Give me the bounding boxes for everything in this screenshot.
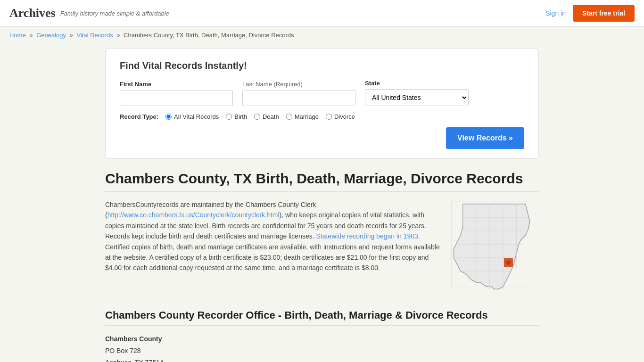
last-name-input[interactable]: [242, 90, 355, 106]
content-section: ChambersCountyrecords are maintained by …: [105, 199, 539, 295]
search-title: Find Vital Records Instantly!: [120, 60, 524, 71]
view-records-button[interactable]: View Records »: [446, 127, 524, 149]
address-line1: PO Box 728: [105, 345, 539, 357]
radio-marriage-input[interactable]: [286, 114, 292, 120]
breadcrumb-current: Chambers County, TX Birth, Death, Marria…: [124, 32, 294, 39]
last-name-label: Last Name (Required): [242, 81, 355, 88]
breadcrumb-vital-records[interactable]: Vital Records: [77, 32, 113, 39]
first-name-label: First Name: [120, 81, 233, 88]
office-info: Chambers County PO Box 728 Anahuac, TX 7…: [105, 333, 539, 362]
site-header: Archives Family history made simple & af…: [0, 0, 644, 27]
main-content: Find Vital Records Instantly! First Name…: [96, 43, 548, 362]
sign-in-link[interactable]: Sign in: [545, 9, 566, 17]
search-box: Find Vital Records Instantly! First Name…: [105, 48, 539, 159]
radio-marriage[interactable]: Marriage: [286, 113, 319, 120]
breadcrumb-sep1: »: [29, 32, 33, 39]
map-container: [449, 199, 539, 295]
state-group: State All United States: [365, 80, 469, 106]
last-name-group: Last Name (Required): [242, 81, 355, 106]
radio-divorce-label: Divorce: [334, 113, 355, 120]
state-select[interactable]: All United States: [365, 89, 469, 106]
address-line2: Anahuac, TX 77514: [105, 357, 539, 362]
radio-marriage-label: Marriage: [295, 113, 319, 120]
record-type-label: Record Type:: [120, 113, 158, 120]
radio-divorce-input[interactable]: [326, 114, 332, 120]
form-row-names: First Name Last Name (Required) State Al…: [120, 80, 524, 106]
radio-all-vital-label: All Vital Records: [174, 113, 219, 120]
radio-death-label: Death: [263, 113, 279, 120]
breadcrumb-home[interactable]: Home: [9, 32, 26, 39]
state-label: State: [365, 80, 469, 87]
record-type-row: Record Type: All Vital Records Birth Dea…: [120, 113, 524, 120]
site-tagline: Family history made simple & affordable: [60, 10, 169, 17]
header-left: Archives Family history made simple & af…: [9, 6, 169, 20]
radio-birth-input[interactable]: [226, 114, 232, 120]
county-clerk-link[interactable]: http://www.co.chambers.tx.us/Countyclerk…: [107, 211, 280, 219]
header-right: Sign in Start free trial: [545, 5, 635, 22]
recorder-title: Chambers County Recorder Office - Birth,…: [105, 309, 539, 326]
radio-birth-label: Birth: [234, 113, 247, 120]
breadcrumb-sep2: »: [70, 32, 73, 39]
radio-death-input[interactable]: [254, 114, 260, 120]
breadcrumb: Home » Genealogy » Vital Records » Chamb…: [0, 27, 644, 43]
recorder-section: Chambers County Recorder Office - Birth,…: [105, 309, 539, 362]
radio-divorce[interactable]: Divorce: [326, 113, 355, 120]
site-logo: Archives: [9, 6, 56, 20]
view-records-container: View Records »: [120, 127, 524, 149]
radio-birth[interactable]: Birth: [226, 113, 247, 120]
page-title: Chambers County, TX Birth, Death, Marria…: [105, 171, 539, 192]
breadcrumb-genealogy[interactable]: Genealogy: [36, 32, 66, 39]
content-text: ChambersCountyrecords are maintained by …: [105, 199, 440, 295]
svg-point-12: [506, 260, 511, 265]
texas-map: [449, 199, 539, 294]
radio-death[interactable]: Death: [254, 113, 279, 120]
first-name-group: First Name: [120, 81, 233, 106]
trial-button[interactable]: Start free trial: [573, 5, 635, 22]
content-description: ChambersCountyrecords are maintained by …: [105, 199, 440, 273]
radio-all-vital-input[interactable]: [165, 114, 172, 120]
radio-all-vital[interactable]: All Vital Records: [165, 113, 219, 120]
office-name: Chambers County: [105, 333, 539, 345]
breadcrumb-sep3: »: [116, 32, 120, 39]
first-name-input[interactable]: [120, 90, 233, 106]
